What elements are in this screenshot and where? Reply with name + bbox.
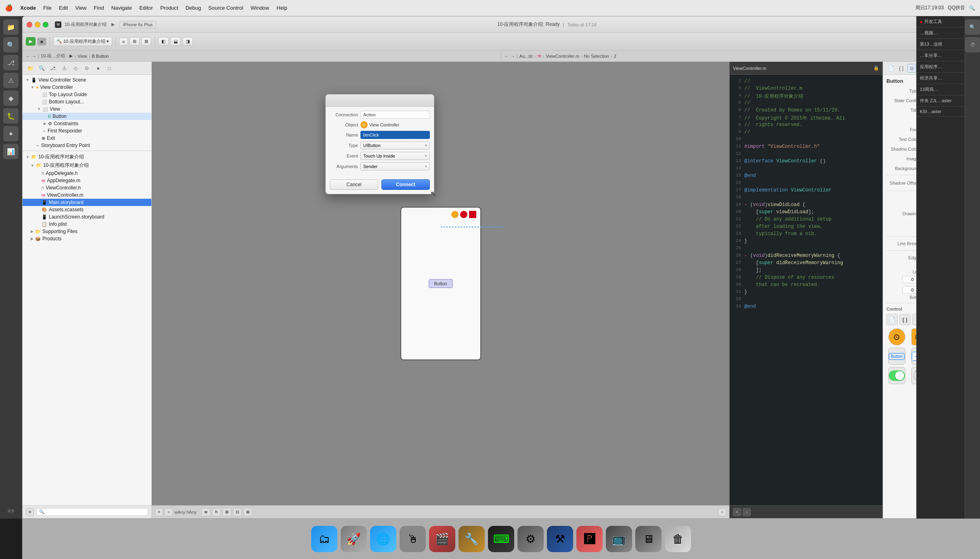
dock-paw[interactable]: 🅿	[576, 526, 603, 552]
dock-tools[interactable]: 🔧	[459, 526, 485, 552]
edge-btn-test[interactable]: ◆	[3, 90, 19, 106]
dock-trash[interactable]: 🗑	[665, 526, 691, 552]
scene-bottom-layout[interactable]: ▶ ⬜ Bottom Layout...	[23, 98, 151, 105]
right-item-folder[interactable]: 件夹 ZJL…aster	[917, 95, 965, 107]
scheme-selector[interactable]: 🔨 10-应用程序对象介绍 ▾	[53, 37, 112, 46]
nav-test-icon[interactable]: ◇	[71, 64, 80, 73]
editor-add-btn[interactable]: +	[733, 508, 741, 516]
dock-finder[interactable]: 🗂	[311, 526, 337, 552]
inspector-attr-btn[interactable]: ⊙	[907, 64, 916, 73]
menu-editor[interactable]: Editor	[139, 5, 153, 11]
breadcrumb-m-icon[interactable]: m	[538, 54, 541, 58]
right-edge-inspector[interactable]: 🔍	[965, 19, 980, 35]
right-item-video[interactable]: …视频…	[917, 27, 965, 39]
stop-button[interactable]: ■	[37, 38, 46, 46]
nav-bp-icon[interactable]: ●	[94, 64, 103, 73]
run-button[interactable]: ▶	[26, 37, 36, 46]
file-products[interactable]: ▶ 📦 Products	[23, 235, 151, 242]
edge-btn-search[interactable]: 🔍	[3, 37, 19, 53]
menu-debug[interactable]: Debug	[186, 5, 201, 11]
nav-debug-icon[interactable]: ⊙	[82, 64, 91, 73]
menu-window[interactable]: Window	[251, 5, 269, 11]
dock-mouse[interactable]: 🖱	[400, 526, 426, 552]
breadcrumb-nav-back[interactable]: ←	[26, 54, 30, 59]
dock-settings[interactable]: ⚙	[517, 526, 544, 552]
scene-constraints[interactable]: ▶ ⚙ Constraints	[23, 120, 151, 127]
scene-exit[interactable]: ▶ ⊗ Exit	[23, 134, 151, 142]
right-item-week[interactable]: 13周局…	[917, 84, 965, 95]
file-launch-storyboard[interactable]: ▶ 📱 LaunchScreen.storyboard	[23, 213, 151, 221]
breadcrumb-nav-forward-2[interactable]: →	[511, 54, 515, 59]
right-item-car[interactable]: …车分享…	[917, 50, 965, 61]
code-content[interactable]: 2 // 3 // ViewController.m 4 // 10-应用程序对…	[730, 75, 882, 505]
breadcrumb-scheme[interactable]: 10-应…介绍	[41, 53, 65, 59]
editor-standard[interactable]: ≡	[119, 38, 128, 46]
scene-storyboard-entry[interactable]: ▶ → Storyboard Entry Point	[23, 142, 151, 149]
menu-navigate[interactable]: Navigate	[111, 5, 132, 11]
dock-xcode[interactable]: ⚒	[547, 526, 573, 552]
right-item-ksi[interactable]: KSI…aster	[917, 107, 965, 117]
nav-folder-icon[interactable]: 📁	[26, 64, 35, 73]
cancel-button[interactable]: Cancel	[330, 179, 378, 190]
menu-source-control[interactable]: Source Control	[208, 5, 243, 11]
edge-btn-warning[interactable]: ⚠	[3, 73, 19, 88]
device-orient-btn[interactable]: ⊞	[222, 508, 231, 516]
maximize-button[interactable]	[43, 22, 48, 27]
menu-file[interactable]: File	[43, 5, 52, 11]
file-appdelegate-m[interactable]: ▶ m AppDelegate.m	[23, 177, 151, 184]
layout-btn[interactable]: ⊞	[243, 508, 252, 516]
scene-view[interactable]: ▼ ⬜ View	[23, 105, 151, 113]
breadcrumb-view[interactable]: View	[77, 54, 87, 59]
edge-btn-folder[interactable]: 📁	[3, 19, 19, 35]
canvas-right-btn[interactable]: ○	[718, 508, 726, 516]
utilities-panel-btn[interactable]: ◨	[182, 37, 193, 46]
dock-movie[interactable]: 🎬	[429, 526, 455, 552]
edge-btn-debug[interactable]: 🐛	[3, 108, 19, 124]
right-edge-history[interactable]: ⏱	[965, 37, 980, 53]
lib-icon-1[interactable]: 📄	[886, 314, 898, 325]
button-element[interactable]: Button	[429, 279, 453, 288]
dock-screen[interactable]: 🖥	[635, 526, 662, 552]
editor-assistant[interactable]: ⊞	[130, 37, 140, 46]
file-vc-h[interactable]: ▶ h ViewController.h	[23, 184, 151, 191]
editor-version[interactable]: ⊠	[141, 37, 151, 46]
lib-icon-2[interactable]: { }	[899, 314, 911, 325]
menubar-input-method[interactable]: QQ拼音	[948, 4, 965, 11]
height-any-btn[interactable]: h	[212, 508, 221, 516]
apple-menu[interactable]: 🍎	[5, 4, 13, 12]
breadcrumb-auto[interactable]: Au...tic	[519, 54, 533, 59]
menu-xcode[interactable]: Xcode	[20, 5, 36, 11]
scene-top-layout[interactable]: ▶ ⬜ Top Layout Guide	[23, 91, 151, 98]
breadcrumb-storyboard[interactable]: ▶	[69, 53, 73, 59]
inspector-quick-btn[interactable]: { }	[897, 64, 906, 73]
menu-edit[interactable]: Edit	[59, 5, 68, 11]
control-toggle-icon[interactable]	[888, 367, 905, 384]
close-button[interactable]	[27, 22, 32, 27]
navigator-panel-btn[interactable]: ◧	[158, 37, 169, 46]
edge-btn-report[interactable]: 📊	[3, 144, 19, 159]
nav-report-icon[interactable]: □	[105, 64, 114, 73]
edge-btn-breakpoint[interactable]: ●	[3, 126, 19, 141]
dock-terminal[interactable]: ⌨	[488, 526, 514, 552]
right-item-tools[interactable]: ● 开发工具	[917, 16, 965, 27]
scene-vc[interactable]: ▼ ● View Controller	[23, 84, 151, 91]
menu-view[interactable]: View	[75, 5, 86, 11]
right-item-share[interactable]: 经济共享…	[917, 73, 965, 84]
minimize-button[interactable]	[35, 22, 40, 27]
file-main-storyboard[interactable]: ▶ 📱 Main.storyboard	[23, 199, 151, 206]
scene-first-responder[interactable]: ▶ → First Responder	[23, 127, 151, 134]
type-dropdown[interactable]: UIButton ▾	[360, 141, 430, 149]
file-appdelegate-h[interactable]: ▶ h AppDelegate.h	[23, 170, 151, 177]
right-item-class[interactable]: 第13…业班	[917, 39, 965, 50]
file-subgroup[interactable]: ▼ 📁 10-应用程序对象介绍	[23, 161, 151, 170]
nav-warning-icon[interactable]: ⚠	[60, 64, 69, 73]
device-selector[interactable]: iPhone 6s Plus	[119, 21, 156, 28]
control-imageview-icon[interactable]: ⊙	[888, 328, 905, 345]
menu-product[interactable]: Product	[160, 5, 178, 11]
name-input[interactable]: btnClick	[360, 131, 430, 139]
menu-find[interactable]: Find	[94, 5, 104, 11]
width-any-btn[interactable]: w	[201, 508, 210, 516]
connect-button[interactable]: Connect	[381, 179, 430, 190]
breadcrumb-selection[interactable]: No Selection	[584, 54, 609, 59]
breadcrumb-nav-forward[interactable]: →	[32, 54, 36, 59]
